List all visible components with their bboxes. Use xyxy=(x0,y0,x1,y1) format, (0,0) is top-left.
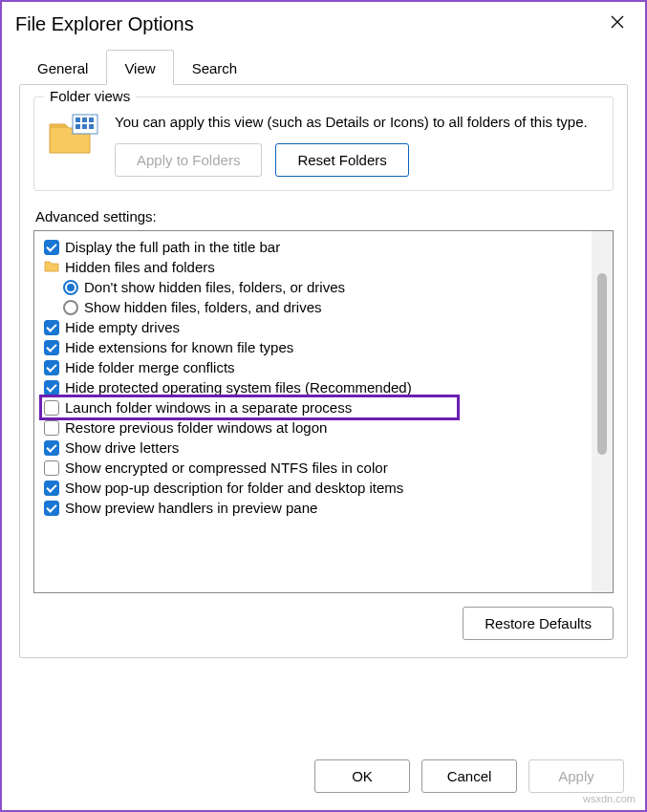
tree-item[interactable]: Hide extensions for known file types xyxy=(40,337,592,357)
tree-item-label: Launch folder windows in a separate proc… xyxy=(65,399,352,416)
svg-rect-4 xyxy=(82,118,87,122)
window-title: File Explorer Options xyxy=(15,13,194,35)
checkbox[interactable] xyxy=(44,481,59,496)
advanced-settings-label: Advanced settings: xyxy=(35,208,614,224)
tab-bar: General View Search xyxy=(2,50,645,85)
tree-item[interactable]: Don't show hidden files, folders, or dri… xyxy=(40,277,592,297)
tree-item[interactable]: Hide protected operating system files (R… xyxy=(40,377,592,397)
svg-rect-6 xyxy=(75,124,80,129)
tree-item-label: Show preview handlers in preview pane xyxy=(65,500,317,516)
restore-defaults-button[interactable]: Restore Defaults xyxy=(463,607,614,640)
watermark: wsxdn.com xyxy=(583,793,636,804)
tree-item[interactable]: Show drive letters xyxy=(40,438,592,458)
tree-item-label: Hide empty drives xyxy=(65,319,180,335)
view-panel: Folder views You can apply this view (su… xyxy=(19,84,628,658)
checkbox[interactable] xyxy=(44,501,59,516)
checkbox[interactable] xyxy=(44,440,59,456)
radio[interactable] xyxy=(63,300,78,315)
tree-item[interactable]: Launch folder windows in a separate proc… xyxy=(40,397,592,417)
checkbox[interactable] xyxy=(44,320,59,335)
tree-item-label: Show hidden files, folders, and drives xyxy=(84,299,321,315)
tab-view[interactable]: View xyxy=(106,50,173,85)
tree-item[interactable]: Show preview handlers in preview pane xyxy=(40,498,592,518)
scrollbar-thumb[interactable] xyxy=(597,273,607,455)
tree-item[interactable]: Hide folder merge conflicts xyxy=(40,357,592,377)
close-icon[interactable] xyxy=(603,11,632,36)
svg-rect-7 xyxy=(82,124,87,129)
checkbox[interactable] xyxy=(44,420,59,436)
folder-views-label: Folder views xyxy=(44,88,136,104)
checkbox[interactable] xyxy=(44,240,59,255)
tree-item-label: Show encrypted or compressed NTFS files … xyxy=(65,459,388,476)
folder-views-group: Folder views You can apply this view (su… xyxy=(33,96,614,191)
cancel-button[interactable]: Cancel xyxy=(421,759,517,793)
folder-icon xyxy=(44,259,59,275)
tree-item-label: Show drive letters xyxy=(65,439,179,456)
tree-item[interactable]: Display the full path in the title bar xyxy=(40,237,592,257)
tree-item-label: Restore previous folder windows at logon xyxy=(65,419,327,436)
tab-search[interactable]: Search xyxy=(174,50,256,85)
tree-item-label: Hide folder merge conflicts xyxy=(65,359,235,375)
ok-button[interactable]: OK xyxy=(314,759,410,793)
tree-item[interactable]: Hidden files and folders xyxy=(40,257,592,277)
tree-item[interactable]: Show encrypted or compressed NTFS files … xyxy=(40,458,592,478)
checkbox[interactable] xyxy=(44,460,59,476)
svg-rect-8 xyxy=(89,124,94,129)
tree-item-label: Hide protected operating system files (R… xyxy=(65,379,412,395)
folder-views-icon xyxy=(48,113,101,160)
checkbox[interactable] xyxy=(44,380,59,395)
tab-general[interactable]: General xyxy=(19,50,106,85)
folder-views-desc: You can apply this view (such as Details… xyxy=(115,113,599,132)
tree-item-label: Hidden files and folders xyxy=(65,259,215,275)
checkbox[interactable] xyxy=(44,400,59,416)
advanced-settings-list: Display the full path in the title barHi… xyxy=(33,230,614,593)
scrollbar[interactable] xyxy=(592,231,613,592)
tree-item-label: Hide extensions for known file types xyxy=(65,339,293,355)
apply-to-folders-button: Apply to Folders xyxy=(115,143,262,177)
tree-item-label: Display the full path in the title bar xyxy=(65,239,280,255)
radio[interactable] xyxy=(63,280,78,295)
apply-button: Apply xyxy=(528,759,624,793)
tree-item[interactable]: Restore previous folder windows at logon xyxy=(40,417,592,438)
tree-item[interactable]: Hide empty drives xyxy=(40,317,592,337)
checkbox[interactable] xyxy=(44,340,59,355)
svg-rect-3 xyxy=(75,118,80,122)
tree-item-label: Don't show hidden files, folders, or dri… xyxy=(84,279,345,295)
reset-folders-button[interactable]: Reset Folders xyxy=(275,143,408,177)
checkbox[interactable] xyxy=(44,360,59,375)
tree-item-label: Show pop-up description for folder and d… xyxy=(65,480,403,496)
svg-rect-5 xyxy=(89,118,94,122)
tree-item[interactable]: Show hidden files, folders, and drives xyxy=(40,297,592,317)
tree-item[interactable]: Show pop-up description for folder and d… xyxy=(40,478,592,498)
